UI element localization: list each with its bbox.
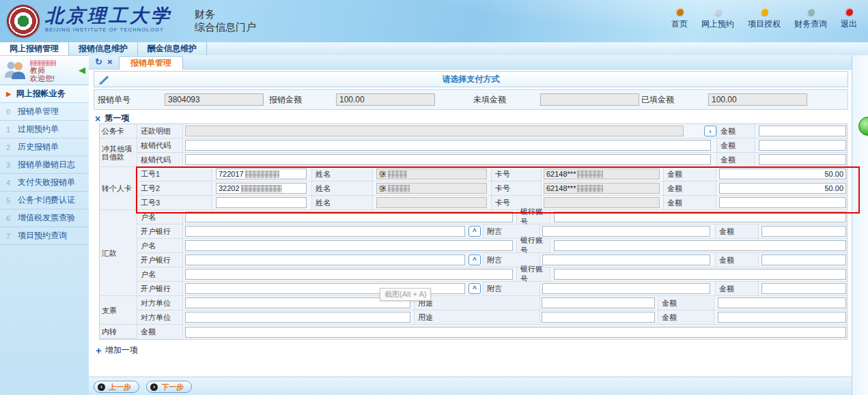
- amount-label: 金额: [716, 138, 755, 152]
- bank-account-input-2[interactable]: [554, 240, 846, 251]
- repayment-amount-input[interactable]: [759, 126, 846, 136]
- add-item-link[interactable]: + 增加一项: [96, 345, 138, 356]
- welcome-text: 欢迎您!: [30, 74, 56, 83]
- internal-transfer-amount-input[interactable]: [185, 327, 846, 338]
- booking-dot-icon: [714, 8, 722, 16]
- form-row-employee-1: 工号1 722017 姓名 张 卡号 62148*** 金额: [100, 167, 847, 181]
- bank-account-label: 银行账号: [516, 210, 550, 224]
- deposit-bank-input-2[interactable]: [185, 254, 465, 265]
- card-number-label: 卡号: [491, 181, 542, 195]
- name-label: 姓名: [311, 167, 373, 181]
- nav-project-auth[interactable]: 项目授权: [748, 8, 781, 30]
- bank-picker-button-3[interactable]: ^: [468, 283, 481, 294]
- counterparty-label: 对方单位: [137, 296, 183, 310]
- next-step-button[interactable]: › 下一步: [146, 381, 192, 393]
- portal-title-line2: 综合信息门户: [195, 20, 256, 33]
- cheque-amount-input-2[interactable]: [718, 312, 846, 323]
- summary-panel: 报销单号 3804093 报销金额 100.00 未填金额 已填金额 100.0…: [94, 89, 848, 110]
- employee-name-1-field: 张: [376, 169, 487, 179]
- header: 北京理工大学 BEIJING INSTITUTE OF TECHNOLOGY 财…: [0, 0, 868, 42]
- amount-label: 金额: [137, 325, 183, 339]
- amount-label: 金额: [663, 196, 716, 209]
- nav-online-booking[interactable]: 网上预约: [701, 8, 734, 30]
- app-window: 北京理工大学 BEIJING INSTITUTE OF TECHNOLOGY 财…: [0, 0, 868, 395]
- account-name-input-1[interactable]: [185, 211, 513, 222]
- refresh-icon[interactable]: ↻: [95, 57, 102, 67]
- form-row-bank-3: 开户银行 ^ 附言 金额: [100, 282, 847, 296]
- previous-step-button[interactable]: ‹ 上一步: [94, 381, 139, 393]
- censored-text: [245, 171, 279, 178]
- bank-picker-button-1[interactable]: ^: [468, 226, 481, 237]
- amount-label: 金额: [658, 296, 714, 310]
- writeoff-amount-input-2[interactable]: [759, 154, 846, 165]
- transfer-amount-input-2[interactable]: [719, 183, 846, 194]
- remit-amount-input-2[interactable]: [761, 254, 846, 265]
- remit-amount-input-1[interactable]: [761, 226, 846, 237]
- sidebar-collapse-icon[interactable]: ◀: [79, 65, 85, 75]
- postscript-input-3[interactable]: [542, 283, 710, 294]
- writeoff-code-input-2[interactable]: [185, 154, 711, 165]
- deposit-bank-input-1[interactable]: [185, 226, 465, 237]
- sidebar-item-cancel-log[interactable]: 3 报销单撤销日志: [0, 156, 89, 174]
- sidebar-item-project-booking-query[interactable]: 7 项目预约查询: [0, 227, 89, 245]
- purpose-input-1[interactable]: [542, 297, 655, 308]
- delete-item-icon[interactable]: ×: [95, 114, 100, 123]
- postscript-input-2[interactable]: [542, 254, 710, 265]
- form-row-cheque-1: 对方单位 用途 金额: [100, 296, 847, 310]
- employee-id-1-field[interactable]: 722017: [216, 169, 307, 179]
- purpose-label: 用途: [414, 310, 540, 324]
- bank-account-input-3[interactable]: [554, 269, 846, 280]
- group-internal-transfer: 内转: [100, 325, 137, 339]
- payment-method-title-bar: 请选择支付方式: [94, 71, 848, 87]
- form-row-account-name-3: 户名 银行账号: [100, 267, 847, 282]
- group-offset-other-project-loan: 冲其他项目借款: [100, 138, 137, 167]
- purpose-input-2[interactable]: [542, 312, 655, 323]
- postscript-input-1[interactable]: [542, 226, 710, 237]
- edit-pencil-icon[interactable]: [101, 76, 109, 83]
- sidebar-item-card-certification[interactable]: 5 公务卡消费认证: [0, 192, 89, 209]
- deposit-bank-label: 开户银行: [137, 224, 183, 238]
- bank-account-input-1[interactable]: [554, 211, 846, 222]
- sidebar-item-failed-payments[interactable]: 4 支付失败报销单: [0, 174, 89, 192]
- content-tab-reimbursement-mgmt[interactable]: 报销单管理: [119, 56, 183, 70]
- close-tab-icon[interactable]: ×: [107, 57, 113, 67]
- account-name-input-3[interactable]: [185, 269, 513, 280]
- writeoff-code-input-1[interactable]: [185, 140, 711, 151]
- employee-id-2-field[interactable]: 32202: [216, 183, 307, 194]
- sidebar-item-reimbursement-mgmt[interactable]: 0 报销单管理: [0, 103, 89, 121]
- filled-amount-value: 100.00: [708, 93, 807, 106]
- bit-emblem-logo: [7, 5, 40, 38]
- bank-picker-button-2[interactable]: ^: [468, 254, 481, 265]
- account-name-input-2[interactable]: [185, 240, 513, 251]
- nav-finance-query[interactable]: 财务查询: [794, 8, 827, 30]
- nav-logout[interactable]: 退出: [841, 8, 857, 30]
- purpose-label: 用途: [414, 296, 540, 310]
- cheque-amount-input-1[interactable]: [718, 297, 846, 308]
- employee-id-3-field[interactable]: [216, 197, 307, 208]
- sidebar-item-history-forms[interactable]: 2 历史报销单: [0, 138, 89, 156]
- group-remittance: 汇款: [100, 210, 137, 296]
- employee-name-2-field: 张: [376, 183, 487, 194]
- form-row-account-name-2: 户名 银行账号: [100, 239, 847, 253]
- sidebar-item-expired-bookings[interactable]: 1 过期预约单: [0, 121, 89, 138]
- transfer-amount-input-3[interactable]: [719, 197, 846, 208]
- form-row-writeoff-code-2: 核销代码 金额: [100, 153, 847, 167]
- repayment-detail-label: 还款明细: [137, 124, 183, 138]
- name-label: 姓名: [311, 181, 373, 195]
- expand-detail-button[interactable]: ›: [704, 126, 716, 136]
- remit-amount-input-3[interactable]: [761, 283, 846, 294]
- tab-online-reimbursement[interactable]: 网上报销管理: [0, 42, 69, 55]
- sidebar-item-vat-invoice-check[interactable]: 6 增值税发票查验: [0, 209, 89, 227]
- tab-reimbursement-info[interactable]: 报销信息维护: [69, 42, 138, 55]
- amount-label: 金额: [663, 167, 716, 181]
- summary-unfilled-amount: 未填金额: [473, 90, 639, 109]
- writeoff-code-label: 核销代码: [137, 153, 183, 166]
- counterparty-input-1[interactable]: [185, 297, 410, 308]
- bank-account-label: 银行账号: [516, 239, 550, 252]
- writeoff-amount-input-1[interactable]: [759, 140, 846, 151]
- tab-remuneration-info[interactable]: 酬金信息维护: [138, 42, 207, 55]
- sidebar-section-online-business[interactable]: ▶ 网上报帐业务: [0, 85, 89, 103]
- counterparty-input-2[interactable]: [185, 312, 410, 323]
- nav-home[interactable]: 首页: [671, 8, 688, 30]
- transfer-amount-input-1[interactable]: [719, 169, 846, 179]
